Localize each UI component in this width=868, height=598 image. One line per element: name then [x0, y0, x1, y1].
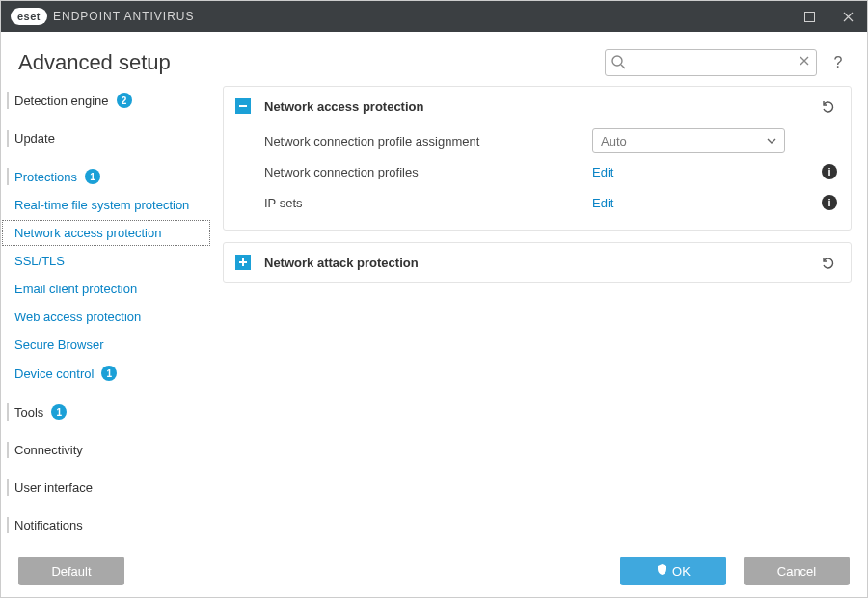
brand-pill: eset	[11, 8, 47, 25]
svg-point-1	[612, 56, 622, 66]
svg-rect-5	[242, 258, 244, 266]
panel-body: Network connection profile assignment Au…	[224, 125, 851, 230]
panel-header: Network access protection	[224, 87, 851, 125]
sidebar-item-detection-engine[interactable]: Detection engine 2	[1, 86, 211, 115]
search-input[interactable]	[605, 49, 817, 76]
sidebar-item-label: Update	[14, 131, 55, 146]
undo-icon	[820, 98, 835, 114]
sidebar-item-label: Email client protection	[14, 282, 137, 296]
cancel-button[interactable]: Cancel	[744, 557, 850, 585]
row-ip-sets: IP sets Edit i	[264, 187, 837, 218]
edit-connection-profiles-link[interactable]: Edit	[592, 165, 613, 179]
button-label: Cancel	[777, 564, 816, 579]
sidebar-item-web-access-protection[interactable]: Web access protection	[1, 303, 211, 331]
sidebar-item-email-client-protection[interactable]: Email client protection	[1, 275, 211, 303]
chevron-down-icon	[767, 134, 776, 149]
sidebar-item-label: Tools	[14, 405, 43, 420]
brand-logo: eset ENDPOINT ANTIVIRUS	[11, 8, 195, 25]
app-window: eset ENDPOINT ANTIVIRUS Advanced setup ?	[0, 0, 868, 598]
ok-button[interactable]: OK	[620, 557, 726, 585]
sidebar-item-user-interface[interactable]: User interface	[1, 474, 211, 502]
sidebar-item-label: Notifications	[14, 518, 83, 532]
sidebar-badge: 2	[117, 93, 132, 108]
panel-network-access-protection: Network access protection Network connec…	[223, 86, 852, 231]
sidebar-item-label: Secure Browser	[14, 338, 103, 352]
sidebar-item-label: User interface	[14, 480, 93, 495]
brand-text: ENDPOINT ANTIVIRUS	[53, 10, 194, 23]
undo-icon	[820, 255, 835, 270]
search-clear-button[interactable]	[798, 54, 811, 70]
row-label: Network connection profiles	[264, 165, 592, 179]
titlebar: eset ENDPOINT ANTIVIRUS	[1, 1, 867, 32]
panel-undo-button[interactable]	[818, 253, 837, 272]
svg-line-2	[621, 65, 625, 68]
sidebar-badge: 1	[85, 169, 100, 184]
sidebar-item-label: Protections	[14, 170, 77, 184]
footer: Default OK Cancel	[1, 545, 867, 597]
sidebar-item-update[interactable]: Update	[1, 124, 211, 152]
sidebar-item-label: Connectivity	[14, 443, 83, 457]
minus-icon	[238, 101, 248, 111]
sidebar-item-label: SSL/TLS	[14, 254, 65, 268]
panel-expand-button[interactable]	[235, 255, 251, 270]
svg-rect-3	[239, 105, 247, 107]
sidebar-item-connectivity[interactable]: Connectivity	[1, 436, 211, 464]
button-label: OK	[672, 564, 691, 579]
panel-title: Network access protection	[264, 99, 818, 114]
profile-assignment-dropdown[interactable]: Auto	[592, 128, 785, 153]
sidebar: Detection engine 2 Update Protections 1 …	[1, 86, 211, 545]
svg-rect-0	[804, 12, 814, 21]
search-icon	[610, 54, 626, 72]
button-label: Default	[51, 564, 91, 579]
page-title: Advanced setup	[18, 50, 171, 75]
sidebar-item-tools[interactable]: Tools 1	[1, 397, 211, 426]
shield-icon	[656, 563, 668, 579]
edit-ip-sets-link[interactable]: Edit	[592, 196, 613, 210]
panel-undo-button[interactable]	[818, 96, 837, 116]
help-button[interactable]: ?	[827, 51, 850, 74]
sidebar-item-device-control[interactable]: Device control 1	[1, 359, 211, 388]
sidebar-item-label: Network access protection	[14, 226, 161, 240]
sidebar-item-label: Real-time file system protection	[14, 198, 189, 212]
sidebar-item-protections[interactable]: Protections 1	[1, 162, 211, 191]
default-button[interactable]: Default	[18, 557, 124, 585]
body: Detection engine 2 Update Protections 1 …	[1, 86, 867, 545]
panel-header: Network attack protection	[224, 243, 851, 282]
search-field-wrap	[605, 49, 817, 76]
sidebar-badge: 1	[101, 366, 117, 381]
panel-collapse-button[interactable]	[235, 98, 251, 114]
header: Advanced setup ?	[1, 32, 867, 86]
window-maximize-button[interactable]	[790, 1, 828, 32]
info-icon[interactable]: i	[822, 195, 837, 210]
close-icon	[843, 12, 854, 22]
row-label: IP sets	[264, 196, 592, 210]
sidebar-item-ssl-tls[interactable]: SSL/TLS	[1, 247, 211, 275]
sidebar-badge: 1	[51, 404, 67, 420]
sidebar-item-label: Device control	[14, 367, 94, 381]
main-content: Network access protection Network connec…	[211, 86, 867, 545]
sidebar-item-notifications[interactable]: Notifications	[1, 511, 211, 539]
window-close-button[interactable]	[828, 1, 867, 32]
row-connection-profiles: Network connection profiles Edit i	[264, 156, 837, 187]
panel-title: Network attack protection	[264, 256, 818, 270]
sidebar-item-realtime-protection[interactable]: Real-time file system protection	[1, 191, 211, 219]
row-profile-assignment: Network connection profile assignment Au…	[264, 125, 837, 156]
dropdown-value: Auto	[601, 134, 627, 149]
panel-network-attack-protection: Network attack protection	[223, 242, 852, 283]
x-icon	[798, 54, 811, 68]
info-icon[interactable]: i	[822, 164, 837, 179]
sidebar-item-label: Detection engine	[14, 94, 109, 108]
sidebar-item-label: Web access protection	[14, 310, 141, 324]
plus-icon	[238, 258, 248, 267]
sidebar-item-secure-browser[interactable]: Secure Browser	[1, 331, 211, 359]
maximize-icon	[804, 12, 815, 22]
row-label: Network connection profile assignment	[264, 134, 592, 149]
sidebar-item-network-access-protection[interactable]: Network access protection	[1, 219, 211, 247]
help-icon: ?	[834, 54, 843, 71]
